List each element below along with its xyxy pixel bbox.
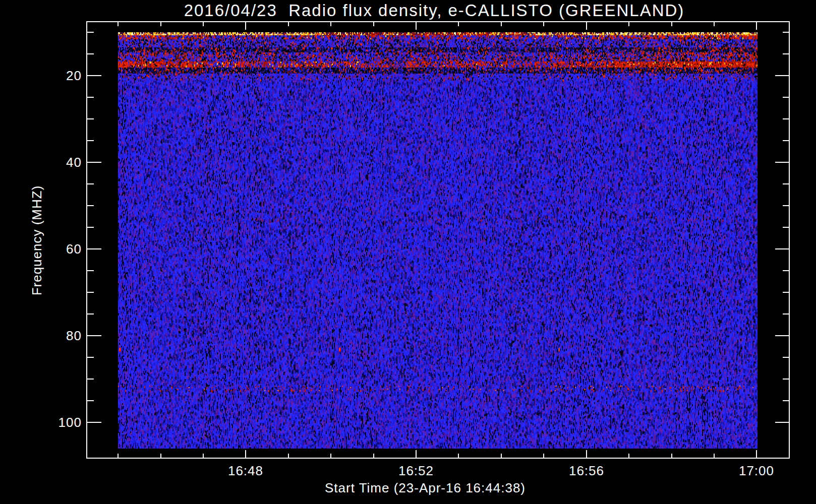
x-minor-tick-bottom [671, 454, 672, 458]
y-minor-tick-left [87, 379, 94, 380]
x-major-tick-bottom [416, 450, 417, 458]
y-tick-label: 100 [20, 414, 82, 430]
x-minor-tick-bottom [203, 454, 204, 458]
y-minor-tick-right [783, 292, 789, 293]
x-minor-tick-top [373, 22, 374, 26]
x-minor-tick-bottom [118, 454, 119, 458]
spectrogram-canvas [118, 32, 757, 449]
x-tick-label: 16:56 [551, 463, 622, 479]
y-major-tick-left [87, 422, 101, 423]
x-minor-tick-bottom [458, 454, 459, 458]
y-minor-tick-right [783, 53, 789, 54]
x-minor-tick-top [118, 22, 119, 26]
x-minor-tick-top [671, 22, 672, 26]
y-major-tick-right [775, 162, 789, 163]
y-minor-tick-left [87, 270, 94, 271]
y-minor-tick-left [87, 357, 94, 358]
y-minor-tick-left [87, 97, 94, 98]
y-major-tick-left [87, 335, 101, 336]
y-minor-tick-right [783, 32, 789, 33]
y-axis-title: Frequency (MHZ) [28, 165, 45, 316]
y-major-tick-right [775, 248, 789, 249]
y-minor-tick-left [87, 140, 94, 141]
y-minor-tick-right [783, 357, 789, 358]
y-major-tick-left [87, 162, 101, 163]
y-major-tick-right [775, 75, 789, 76]
y-minor-tick-left [87, 118, 94, 119]
x-minor-tick-top [288, 22, 289, 26]
y-minor-tick-right [783, 379, 789, 380]
y-minor-tick-left [87, 32, 94, 33]
x-minor-tick-top [628, 22, 629, 26]
x-major-tick-top [245, 22, 246, 30]
x-major-tick-top [756, 22, 757, 30]
y-minor-tick-right [783, 227, 789, 228]
x-minor-tick-top [203, 22, 204, 26]
y-major-tick-left [87, 248, 101, 249]
x-tick-label: 16:52 [381, 463, 451, 479]
y-minor-tick-right [783, 140, 789, 141]
x-minor-tick-bottom [330, 454, 331, 458]
x-tick-label: 17:00 [721, 463, 792, 479]
y-minor-tick-left [87, 292, 94, 293]
y-major-tick-right [775, 422, 789, 423]
x-major-tick-bottom [586, 450, 587, 458]
x-minor-tick-top [330, 22, 331, 26]
x-minor-tick-bottom [501, 454, 502, 458]
x-minor-tick-top [543, 22, 544, 26]
y-major-tick-left [87, 75, 101, 76]
y-minor-tick-left [87, 183, 94, 184]
y-tick-label: 20 [20, 68, 82, 84]
x-minor-tick-bottom [160, 454, 161, 458]
y-minor-tick-left [87, 400, 94, 401]
x-major-tick-top [586, 22, 587, 30]
x-minor-tick-bottom [543, 454, 544, 458]
x-major-tick-top [416, 22, 417, 30]
x-minor-tick-top [160, 22, 161, 26]
radio-spectrogram-page: 2016/04/23 Radio flux density, e-CALLIST… [0, 0, 816, 504]
y-minor-tick-left [87, 313, 94, 314]
x-minor-tick-bottom [288, 454, 289, 458]
y-tick-label: 80 [20, 328, 82, 344]
y-minor-tick-left [87, 227, 94, 228]
x-minor-tick-bottom [628, 454, 629, 458]
y-major-tick-right [775, 335, 789, 336]
y-minor-tick-left [87, 205, 94, 206]
y-minor-tick-right [783, 205, 789, 206]
x-major-tick-bottom [756, 450, 757, 458]
y-minor-tick-right [783, 97, 789, 98]
x-minor-tick-bottom [714, 454, 715, 458]
y-minor-tick-left [87, 53, 94, 54]
x-minor-tick-top [458, 22, 459, 26]
x-axis-title: Start Time (23-Apr-16 16:44:38) [223, 480, 627, 496]
y-minor-tick-right [783, 270, 789, 271]
x-tick-label: 16:48 [210, 463, 281, 479]
x-minor-tick-top [714, 22, 715, 26]
chart-title: 2016/04/23 Radio flux density, e-CALLIST… [81, 1, 787, 20]
x-major-tick-bottom [245, 450, 246, 458]
y-minor-tick-right [783, 183, 789, 184]
y-minor-tick-right [783, 118, 789, 119]
y-minor-tick-right [783, 313, 789, 314]
y-minor-tick-right [783, 400, 789, 401]
x-minor-tick-top [501, 22, 502, 26]
x-minor-tick-bottom [373, 454, 374, 458]
